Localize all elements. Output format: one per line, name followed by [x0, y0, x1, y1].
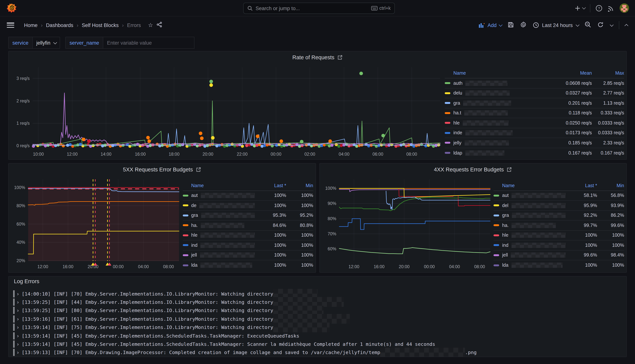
legend-row[interactable]: ha.84.6%80.8%	[183, 220, 313, 230]
variable-server-name: server_name Enter variable value	[66, 37, 195, 49]
share-icon[interactable]	[157, 22, 162, 28]
log-level-bar	[13, 349, 15, 356]
breadcrumb-dashboards[interactable]: Dashboards	[46, 22, 73, 28]
legend-row[interactable]: gra95.3%95.2%	[183, 210, 313, 220]
redacted-text	[511, 252, 565, 258]
menu-toggle-button[interactable]	[7, 22, 14, 28]
breadcrumb-home[interactable]: Home	[24, 22, 38, 28]
legend-row[interactable]: gra0.201 req/s1.13 req/s	[445, 98, 624, 108]
add-panel-button[interactable]: Add	[479, 22, 501, 28]
legend-row[interactable]: hle100%100%	[183, 230, 313, 240]
legend-row[interactable]: auth0.0608 req/s2.85 req/s	[445, 78, 624, 88]
log-level-bar	[13, 290, 15, 297]
expand-caret-icon: ›	[17, 333, 19, 338]
legend-row[interactable]: hle100%100%	[493, 230, 624, 240]
svg-text:04:00: 04:00	[449, 264, 460, 269]
svg-text:20%: 20%	[17, 258, 25, 263]
svg-text:08:00: 08:00	[406, 152, 417, 156]
service-value-dropdown[interactable]: jellyfin	[33, 37, 60, 49]
time-range-picker[interactable]: Last 24 hours	[533, 22, 578, 28]
refresh-interval-chevron[interactable]	[610, 23, 613, 26]
5xx-error-budget-chart[interactable]: 12:0016:0020:0000:0004:0008:0020%40%60%8…	[11, 176, 183, 271]
series-color-swatch	[183, 204, 188, 206]
grafana-logo[interactable]	[7, 3, 17, 13]
server-name-label: server_name	[66, 37, 103, 49]
legend-header[interactable]: NameLast *Min	[183, 181, 313, 191]
panel-title-bar[interactable]: Rate of Requests	[9, 52, 626, 63]
grafana-dashboard: Search or jump to... ctrl+k ?	[0, 0, 635, 364]
series-color-swatch	[445, 122, 450, 124]
panel-4xx-error-budgets: 4XX Requests Error Budgets 12:0016:0020:…	[319, 163, 627, 273]
chevron-down-icon	[53, 40, 57, 44]
series-color-swatch	[493, 195, 499, 196]
4xx-legend-table: NameLast *Minaut58.1%56.8%del95.9%93.9%g…	[493, 176, 624, 271]
log-level-bar	[13, 324, 15, 331]
log-row[interactable]: ›[13:59:14] [INF] [45] Emby.Server.Imple…	[13, 332, 622, 340]
legend-row[interactable]: lda100%100%	[183, 260, 313, 270]
legend-row[interactable]: lda100%100%	[493, 260, 624, 270]
collapse-toolbar-icon[interactable]	[624, 24, 628, 28]
breadcrumb-self-host-blocks[interactable]: Self Host Blocks	[82, 22, 119, 28]
news-button[interactable]	[607, 5, 614, 12]
svg-text:12:00: 12:00	[37, 264, 48, 269]
legend-header[interactable]: NameLast *Min	[493, 181, 624, 191]
external-link-icon[interactable]	[507, 167, 512, 172]
legend-row[interactable]: inde0.0173 req/s0.0333 req/s	[445, 128, 624, 138]
panel-title-bar[interactable]: Log Errors	[9, 276, 626, 286]
help-button[interactable]: ?	[595, 5, 602, 12]
log-row[interactable]: ›[13:59:16] [INF] [61] Emby.Server.Imple…	[13, 315, 622, 323]
save-dashboard-button[interactable]	[508, 22, 514, 29]
log-row[interactable]: ›[14:00:10] [INF] [70] Emby.Server.Imple…	[13, 290, 622, 298]
refresh-button[interactable]	[597, 22, 603, 29]
avatar[interactable]	[619, 4, 629, 13]
legend-row[interactable]: aut100%100%	[183, 191, 313, 201]
favorite-star-icon[interactable]: ☆	[148, 22, 153, 28]
legend-header[interactable]: NameMeanMax	[445, 68, 624, 78]
legend-row[interactable]: jell100%100%	[183, 250, 313, 260]
rate-of-requests-chart[interactable]: 10:0012:0014:0016:0018:0020:0022:0000:00…	[11, 63, 445, 158]
external-link-icon[interactable]	[196, 167, 201, 172]
legend-row[interactable]: gra92.2%86.2%	[493, 210, 624, 220]
search-input[interactable]: Search or jump to... ctrl+k	[243, 3, 395, 14]
svg-text:14:00: 14:00	[101, 152, 112, 156]
redacted-text	[511, 243, 565, 248]
external-link-icon[interactable]	[337, 55, 343, 60]
chevron-down-icon	[576, 23, 579, 26]
dashboard-settings-button[interactable]	[520, 22, 526, 29]
log-row[interactable]: ›[13:59:25] [INF] [80] Emby.Server.Imple…	[13, 306, 622, 315]
legend-row[interactable]: jell99.6%98.4%	[493, 250, 624, 260]
breadcrumb-errors: Errors	[127, 22, 141, 28]
log-lines: ›[14:00:10] [INF] [70] Emby.Server.Imple…	[9, 286, 626, 357]
legend-row[interactable]: de100%100%	[183, 201, 313, 210]
legend-row[interactable]: jelly0.185 req/s2.33 req/s	[445, 138, 624, 148]
svg-text:80%: 80%	[327, 216, 336, 221]
legend-row[interactable]: ldap0.167 req/s0.167 req/s	[445, 148, 624, 158]
legend-row[interactable]: ha.99.7%99.6%	[493, 220, 624, 230]
plus-icon	[574, 5, 580, 11]
panel-title-bar[interactable]: 5XX Requests Error Budgets	[9, 164, 315, 176]
log-row[interactable]: ›[13:59:25] [INF] [44] Emby.Server.Imple…	[13, 298, 622, 306]
legend-row[interactable]: delu0.0327 req/s2.77 req/s	[445, 88, 624, 98]
rss-icon	[607, 5, 614, 12]
series-color-swatch	[445, 82, 450, 84]
5xx-legend-table: NameLast *Minaut100%100%de100%100%gra95.…	[183, 176, 313, 271]
server-name-input[interactable]: Enter variable value	[103, 37, 194, 49]
redacted-text	[201, 193, 255, 198]
4xx-error-budget-chart[interactable]: 12:0016:0020:0000:0004:0008:0060%70%80%9…	[322, 176, 493, 271]
chevron-down-icon	[499, 23, 502, 26]
legend-row[interactable]: hle0.0250 req/s0.0333 req/s	[445, 118, 624, 128]
legend-row[interactable]: del95.9%93.9%	[493, 201, 624, 210]
log-row[interactable]: ›[13:59:14] [INF] [45] Emby.Server.Imple…	[13, 340, 622, 348]
series-color-swatch	[183, 214, 188, 216]
redacted-text	[273, 314, 350, 324]
legend-row[interactable]: ind100%100%	[493, 240, 624, 250]
panel-title-bar[interactable]: 4XX Requests Error Budgets	[320, 164, 626, 176]
log-row[interactable]: ›[13:59:13] [INF] [70] Emby.Drawing.Imag…	[13, 348, 622, 357]
legend-row[interactable]: ha.t0.118 req/s0.333 req/s	[445, 108, 624, 118]
svg-text:20:00: 20:00	[399, 264, 409, 269]
legend-row[interactable]: aut58.1%56.8%	[493, 191, 624, 201]
log-row[interactable]: ›[13:59:14] [INF] [75] Emby.Server.Imple…	[13, 323, 622, 332]
zoom-out-button[interactable]	[585, 22, 591, 29]
new-menu-button[interactable]	[574, 5, 585, 11]
legend-row[interactable]: ind100%100%	[183, 240, 313, 250]
